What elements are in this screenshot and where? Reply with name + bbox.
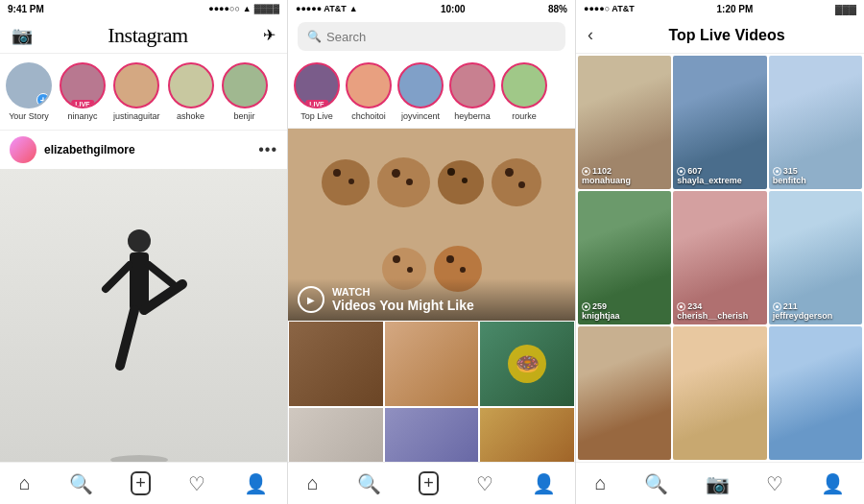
wifi-icon: ▲: [243, 4, 252, 13]
explore-grid: 🍩: [288, 321, 575, 462]
search-nav-icon-2[interactable]: 🔍: [357, 472, 381, 495]
eye-icon-6: [773, 302, 781, 311]
profile-nav-icon-2[interactable]: 👤: [532, 472, 556, 495]
back-button[interactable]: ‹: [588, 25, 593, 45]
chchoitoi-avatar: [346, 62, 392, 108]
live-cell-monahuang[interactable]: 1102 monahuang: [578, 56, 671, 189]
live-cell-knightjaa[interactable]: 259 knightjaa: [578, 191, 671, 324]
post-more-button[interactable]: •••: [258, 141, 277, 158]
live-cell-benfitch[interactable]: 315 benfitch: [769, 56, 862, 189]
live-cell-jeffrey[interactable]: 211 jeffreydgerson: [769, 191, 862, 324]
live-cell-shayla[interactable]: 607 shayla_extreme: [673, 56, 766, 189]
battery-icon: ▓▓▓▓: [254, 4, 279, 13]
home-nav-icon-2[interactable]: ⌂: [307, 472, 319, 494]
add-nav-icon[interactable]: +: [131, 471, 151, 495]
svg-point-12: [776, 170, 779, 173]
monahuang-label: 1102 monahuang: [582, 166, 631, 185]
battery-3: ▓▓▓: [835, 4, 856, 14]
top-live-title: Top Live Videos: [601, 27, 852, 44]
story-item-your-story[interactable]: + Your Story: [6, 62, 52, 121]
explore-cell-4[interactable]: [288, 407, 384, 462]
profile-nav-icon[interactable]: 👤: [244, 472, 268, 495]
search-bar[interactable]: 🔍: [298, 22, 565, 51]
status-bar-3: ●●●●○ AT&T 1:20 PM ▓▓▓: [576, 0, 864, 17]
explore-cell-6[interactable]: [479, 407, 575, 462]
cherish-label: 234 cherish__cherish: [677, 301, 748, 321]
heart-nav-icon-2[interactable]: ♡: [476, 472, 493, 495]
live-badge: LIVE: [71, 100, 94, 108]
heyberna-avatar: [449, 62, 495, 108]
camera-nav-icon[interactable]: 📷: [706, 472, 730, 495]
svg-point-8: [585, 170, 588, 173]
joyvincent-label: joyvincent: [401, 111, 440, 121]
svg-point-6: [110, 455, 168, 462]
watch-text-container: WATCH Videos You Might Like: [332, 286, 474, 313]
cookie-2: [377, 157, 430, 207]
heart-nav-icon[interactable]: ♡: [188, 472, 205, 495]
search-icon: 🔍: [307, 30, 322, 43]
search-input[interactable]: [326, 30, 556, 44]
story-item-top-live[interactable]: LIVE Top Live: [294, 62, 340, 121]
person-figure: [86, 212, 202, 462]
story-item-chchoitoi[interactable]: chchoitoi: [346, 62, 392, 121]
bottom-nav-2: ⌂ 🔍 + ♡ 👤: [288, 462, 575, 504]
benjir-avatar: [222, 62, 268, 108]
explore-cell-5[interactable]: [384, 407, 480, 462]
your-story-avatar: +: [6, 62, 52, 108]
story-item-justinaguitar[interactable]: justinaguitar: [113, 62, 160, 121]
cookie-4: [492, 158, 541, 206]
home-nav-icon-3[interactable]: ⌂: [594, 472, 606, 494]
jeffrey-label: 211 jeffreydgerson: [773, 301, 833, 321]
explore-cell-1[interactable]: [288, 321, 384, 407]
profile-nav-icon-3[interactable]: 👤: [821, 472, 845, 495]
live-row-2: 259 knightjaa 234 cherish__cherish: [578, 191, 862, 324]
svg-point-0: [128, 229, 151, 252]
heart-nav-icon-3[interactable]: ♡: [766, 472, 783, 495]
camera-header-icon[interactable]: 📷: [12, 25, 33, 46]
home-nav-icon[interactable]: ⌂: [19, 472, 31, 494]
benjir-label: benjir: [234, 111, 255, 121]
story-item-ninanyc[interactable]: LIVE ninanyc: [60, 62, 106, 121]
time-2: 10:00: [441, 4, 466, 14]
ashoke-avatar: [168, 62, 214, 108]
search-nav-icon-3[interactable]: 🔍: [644, 472, 668, 495]
svg-line-4: [120, 310, 134, 366]
post-username: elizabethgilmore: [44, 143, 251, 156]
explore-cell-3[interactable]: 🍩: [479, 321, 575, 407]
story-item-joyvincent[interactable]: joyvincent: [397, 62, 444, 121]
live-cell-7[interactable]: [578, 326, 671, 460]
svg-line-3: [149, 265, 173, 284]
wifi-icon-2: ▲: [349, 4, 358, 13]
joyvincent-avatar: [397, 62, 444, 108]
donut-icon: 🍩: [508, 345, 546, 383]
eye-icon-4: [582, 302, 590, 311]
story-item-benjir[interactable]: benjir: [222, 62, 268, 121]
shayla-label: 607 shayla_extreme: [677, 166, 742, 185]
explore-panel: ●●●●● AT&T ▲ 10:00 88% 🔍 LIVE Top Live c…: [288, 0, 576, 504]
story-item-ashoke[interactable]: ashoke: [168, 62, 214, 121]
feature-image[interactable]: ▶ WATCH Videos You Might Like: [288, 129, 575, 321]
live-cell-cherish[interactable]: 234 cherish__cherish: [673, 191, 766, 324]
story-item-heyberna[interactable]: heyberna: [449, 62, 495, 121]
search-nav-icon[interactable]: 🔍: [69, 472, 93, 495]
svg-line-2: [106, 265, 130, 289]
carrier-3: ●●●●○ AT&T: [584, 4, 635, 13]
shayla-count: 607: [677, 166, 742, 176]
direct-icon[interactable]: ✈: [263, 26, 276, 44]
watch-overlay[interactable]: ▶ WATCH Videos You Might Like: [288, 278, 575, 321]
live-cell-9[interactable]: [769, 326, 862, 460]
add-nav-icon-2[interactable]: +: [419, 471, 439, 495]
live-row-3: [578, 326, 862, 460]
rourke-avatar: [501, 62, 547, 108]
live-cell-8[interactable]: [673, 326, 766, 460]
signal-icon: ●●●●○○: [208, 4, 240, 13]
explore-cell-2[interactable]: [384, 321, 480, 407]
post-image: [0, 169, 287, 462]
explore-stories-row: LIVE Top Live chchoitoi joyvincent heybe…: [288, 56, 575, 129]
post-avatar[interactable]: [10, 136, 36, 163]
play-button[interactable]: ▶: [298, 286, 324, 313]
panel3-header: ‹ Top Live Videos: [576, 17, 864, 54]
ninanyc-label: ninanyc: [67, 111, 97, 121]
story-item-rourke[interactable]: rourke: [501, 62, 547, 121]
knightjaa-label: 259 knightjaa: [582, 301, 620, 321]
